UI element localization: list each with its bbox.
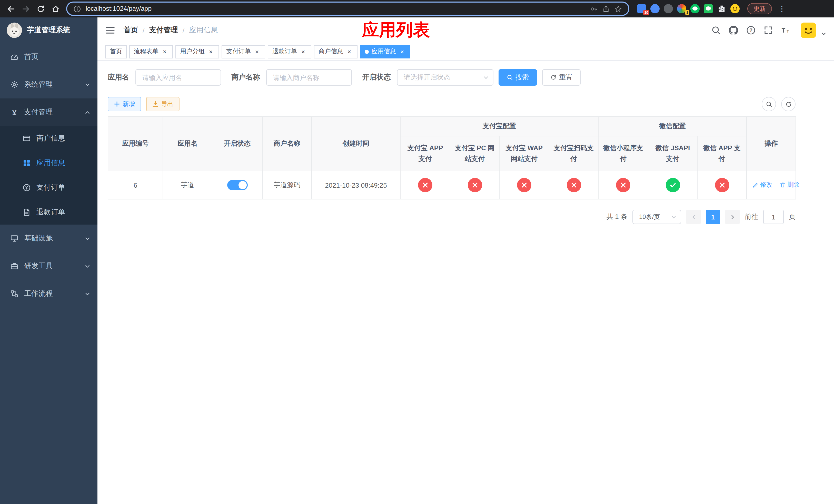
share-icon[interactable] (602, 5, 610, 13)
search-icon[interactable] (711, 26, 721, 35)
browser-back-button[interactable] (4, 2, 18, 15)
tab-refund-orders[interactable]: 退款订单 × (268, 45, 311, 58)
export-button[interactable]: 导出 (146, 97, 179, 111)
extension-icon[interactable] (664, 4, 673, 13)
gear-icon (10, 81, 19, 89)
sidebar-item-merchant-info[interactable]: 商户信息 (0, 126, 97, 151)
close-icon[interactable]: × (398, 48, 406, 55)
font-size-icon[interactable]: TT (781, 26, 790, 35)
close-icon[interactable]: × (161, 48, 168, 55)
extension-icon[interactable] (704, 4, 713, 13)
page-size-select[interactable]: 10条/页 (632, 210, 681, 224)
sidebar-item-dev-tools[interactable]: 研发工具 (0, 252, 97, 280)
tab-app-info[interactable]: 应用信息 × (360, 45, 410, 58)
active-tab-dot (365, 49, 369, 53)
home-icon (51, 4, 60, 13)
app-name-input[interactable] (135, 69, 221, 86)
tab-merchant-info[interactable]: 商户信息 × (314, 45, 357, 58)
app-title: 芋道管理系统 (27, 26, 70, 35)
app-logo[interactable]: 芋道管理系统 (0, 18, 97, 43)
bookmark-star-icon[interactable] (614, 5, 622, 13)
help-icon[interactable]: ? (746, 26, 755, 35)
prev-page-button[interactable] (686, 210, 701, 224)
hamburger-icon[interactable] (105, 25, 115, 36)
site-info-icon[interactable] (73, 5, 81, 13)
tab-user-group[interactable]: 用户分组 × (175, 45, 219, 58)
sidebar-item-infrastructure[interactable]: 基础设施 (0, 225, 97, 252)
close-icon[interactable]: × (207, 48, 214, 55)
sidebar-item-home[interactable]: 首页 (0, 43, 97, 71)
col-alipay-wap: 支付宝 WAP 网站支付 (499, 136, 549, 171)
browser-menu-icon[interactable]: ⋮ (778, 4, 786, 13)
refresh-table-button[interactable] (781, 97, 795, 111)
close-icon[interactable]: × (346, 48, 353, 55)
search-button[interactable]: 搜索 (499, 69, 537, 86)
sidebar-item-payment-orders[interactable]: 支付订单 (0, 175, 97, 200)
download-icon (152, 101, 158, 107)
github-icon[interactable] (729, 26, 738, 35)
sidebar-item-payment-management[interactable]: ¥ 支付管理 (0, 98, 97, 126)
chevron-up-icon (85, 110, 90, 115)
tab-payment-orders[interactable]: 支付订单 × (222, 45, 265, 58)
extension-icon[interactable] (690, 4, 700, 13)
browser-home-button[interactable] (49, 2, 62, 15)
sidebar-item-app-info[interactable]: 应用信息 (0, 151, 97, 175)
extension-badge: 1 (685, 10, 689, 15)
chevron-right-icon (730, 214, 735, 220)
pay-order-icon (23, 184, 31, 192)
sidebar-item-refund-orders[interactable]: 退款订单 (0, 200, 97, 225)
fullscreen-icon[interactable] (764, 26, 773, 35)
col-alipay-app: 支付宝 APP 支付 (400, 136, 450, 171)
back-icon (6, 4, 15, 13)
extension-icon[interactable] (650, 4, 660, 13)
edit-button[interactable]: 修改 (752, 181, 772, 189)
password-key-icon[interactable] (590, 5, 597, 13)
chevron-down-icon (483, 75, 489, 80)
user-avatar[interactable] (801, 23, 816, 38)
toggle-search-button[interactable] (762, 97, 776, 111)
cell-actions: 修改 删除 (747, 171, 796, 199)
total-count: 共 1 条 (607, 212, 627, 222)
browser-profile-avatar[interactable] (730, 4, 740, 13)
sidebar: 芋道管理系统 首页 系统管理 (0, 18, 97, 504)
svg-text:?: ? (749, 27, 752, 33)
status-select[interactable]: 请选择开启状态 (397, 69, 493, 86)
sidebar-item-system-management[interactable]: 系统管理 (0, 71, 97, 98)
merchant-name-input[interactable] (266, 69, 352, 86)
address-bar[interactable]: localhost:1024/pay/app (66, 2, 629, 16)
col-created: 创建时间 (312, 117, 400, 171)
tab-home[interactable]: 首页 (105, 45, 127, 58)
pagination: 共 1 条 10条/页 1 前往 (108, 210, 795, 224)
chevron-down-icon[interactable] (821, 31, 826, 37)
breadcrumb-payment[interactable]: 支付管理 (149, 26, 178, 35)
page-unit-label: 页 (789, 212, 795, 222)
reset-button[interactable]: 重置 (542, 69, 580, 86)
search-icon (507, 74, 513, 81)
chevron-down-icon (85, 235, 90, 241)
browser-reload-button[interactable] (34, 2, 47, 15)
extension-icon[interactable]: 1 (677, 4, 686, 13)
logo-avatar (7, 23, 22, 38)
browser-forward-button[interactable] (19, 2, 32, 15)
close-icon[interactable]: × (300, 48, 307, 55)
cell-app-name: 芋道 (163, 171, 212, 199)
tab-process-form[interactable]: 流程表单 × (129, 45, 173, 58)
toolbox-icon (10, 262, 19, 270)
next-page-button[interactable] (725, 210, 740, 224)
delete-button[interactable]: 删除 (780, 181, 799, 189)
col-wechat-jsapi: 微信 JSAPI 支付 (648, 136, 697, 171)
tab-bar: 首页 流程表单 × 用户分组 × 支付订单 × (97, 43, 834, 61)
browser-update-button[interactable]: 更新 (747, 3, 772, 14)
extensions-puzzle-icon[interactable] (717, 4, 726, 13)
sidebar-item-workflow[interactable]: 工作流程 (0, 280, 97, 307)
page-number-button[interactable]: 1 (706, 210, 720, 224)
extension-icon[interactable]: 10 (637, 4, 646, 13)
add-button[interactable]: 新增 (108, 97, 141, 111)
goto-page-input[interactable] (763, 210, 784, 224)
status-toggle[interactable] (227, 180, 247, 190)
close-icon[interactable]: × (254, 48, 261, 55)
dashboard-icon (10, 53, 19, 61)
page-annotation: 应用列表 (362, 19, 430, 42)
alipay-pc-status-icon (467, 178, 482, 192)
breadcrumb-home[interactable]: 首页 (124, 26, 138, 35)
